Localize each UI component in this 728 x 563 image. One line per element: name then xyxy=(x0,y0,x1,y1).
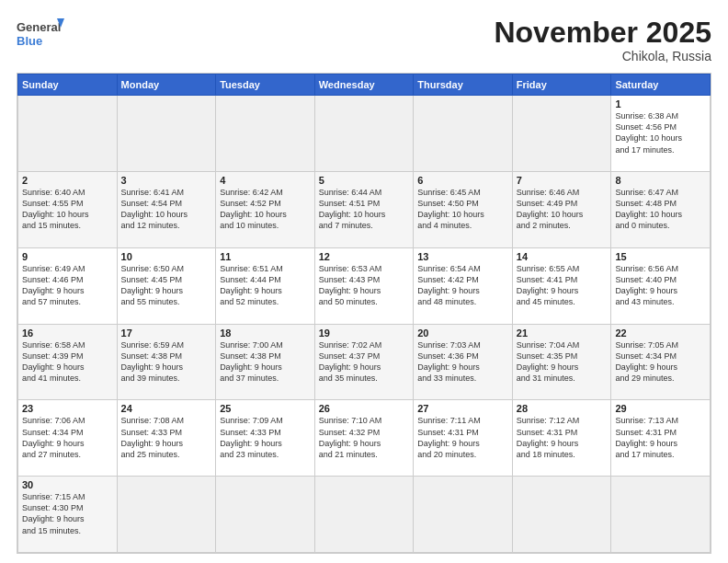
page: General Blue November 2025 Chikola, Russ… xyxy=(0,0,728,563)
calendar-table: Sunday Monday Tuesday Wednesday Thursday… xyxy=(17,74,711,553)
day-cell xyxy=(18,96,118,172)
calendar-week-row: 23Sunrise: 7:06 AM Sunset: 4:34 PM Dayli… xyxy=(18,400,711,477)
day-cell xyxy=(414,477,513,553)
day-info: Sunrise: 7:02 AM Sunset: 4:37 PM Dayligh… xyxy=(319,339,410,385)
day-cell xyxy=(314,477,414,553)
day-info: Sunrise: 7:15 AM Sunset: 4:30 PM Dayligh… xyxy=(22,491,113,536)
generalblue-logo-icon: General Blue xyxy=(17,17,64,53)
day-info: Sunrise: 7:04 AM Sunset: 4:35 PM Dayligh… xyxy=(517,339,608,385)
day-number: 1 xyxy=(615,98,706,109)
day-cell: 12Sunrise: 6:53 AM Sunset: 4:43 PM Dayli… xyxy=(314,247,414,324)
day-cell: 16Sunrise: 6:58 AM Sunset: 4:39 PM Dayli… xyxy=(18,324,118,400)
day-number: 3 xyxy=(121,175,212,186)
day-cell: 22Sunrise: 7:05 AM Sunset: 4:34 PM Dayli… xyxy=(611,324,711,400)
day-cell xyxy=(611,477,711,553)
day-cell: 8Sunrise: 6:47 AM Sunset: 4:48 PM Daylig… xyxy=(611,171,711,247)
day-number: 23 xyxy=(22,403,113,414)
day-number: 15 xyxy=(615,251,706,262)
calendar: Sunday Monday Tuesday Wednesday Thursday… xyxy=(17,73,711,554)
day-info: Sunrise: 6:40 AM Sunset: 4:55 PM Dayligh… xyxy=(22,187,113,232)
header-saturday: Saturday xyxy=(611,75,711,96)
day-cell: 27Sunrise: 7:11 AM Sunset: 4:31 PM Dayli… xyxy=(414,400,513,477)
day-cell: 14Sunrise: 6:55 AM Sunset: 4:41 PM Dayli… xyxy=(512,247,611,324)
day-number: 5 xyxy=(319,175,410,186)
day-info: Sunrise: 6:56 AM Sunset: 4:40 PM Dayligh… xyxy=(615,263,706,308)
day-cell xyxy=(512,477,611,553)
day-cell: 13Sunrise: 6:54 AM Sunset: 4:42 PM Dayli… xyxy=(414,247,513,324)
day-info: Sunrise: 6:42 AM Sunset: 4:52 PM Dayligh… xyxy=(220,187,311,232)
header-tuesday: Tuesday xyxy=(216,75,315,96)
day-number: 17 xyxy=(121,327,212,339)
day-info: Sunrise: 6:55 AM Sunset: 4:41 PM Dayligh… xyxy=(517,263,608,308)
day-info: Sunrise: 7:08 AM Sunset: 4:33 PM Dayligh… xyxy=(121,415,212,460)
day-cell: 26Sunrise: 7:10 AM Sunset: 4:32 PM Dayli… xyxy=(314,400,414,477)
title-block: November 2025 Chikola, Russia xyxy=(494,17,711,63)
day-info: Sunrise: 7:09 AM Sunset: 4:33 PM Dayligh… xyxy=(220,415,311,460)
day-number: 6 xyxy=(417,175,508,186)
day-cell xyxy=(216,96,315,172)
calendar-week-row: 1Sunrise: 6:38 AM Sunset: 4:56 PM Daylig… xyxy=(18,96,711,172)
day-cell: 30Sunrise: 7:15 AM Sunset: 4:30 PM Dayli… xyxy=(18,477,118,553)
location-subtitle: Chikola, Russia xyxy=(494,49,711,63)
day-info: Sunrise: 7:03 AM Sunset: 4:36 PM Dayligh… xyxy=(417,339,508,385)
day-cell: 9Sunrise: 6:49 AM Sunset: 4:46 PM Daylig… xyxy=(18,247,118,324)
day-cell: 20Sunrise: 7:03 AM Sunset: 4:36 PM Dayli… xyxy=(414,324,513,400)
svg-text:General: General xyxy=(17,20,61,34)
day-cell: 29Sunrise: 7:13 AM Sunset: 4:31 PM Dayli… xyxy=(611,400,711,477)
day-cell: 3Sunrise: 6:41 AM Sunset: 4:54 PM Daylig… xyxy=(117,171,216,247)
day-cell xyxy=(512,96,611,172)
day-cell xyxy=(117,96,216,172)
day-cell xyxy=(414,96,513,172)
day-cell: 25Sunrise: 7:09 AM Sunset: 4:33 PM Dayli… xyxy=(216,400,315,477)
day-cell: 18Sunrise: 7:00 AM Sunset: 4:38 PM Dayli… xyxy=(216,324,315,400)
calendar-week-row: 2Sunrise: 6:40 AM Sunset: 4:55 PM Daylig… xyxy=(18,171,711,247)
logo: General Blue xyxy=(17,17,64,53)
svg-text:Blue: Blue xyxy=(17,34,42,48)
day-info: Sunrise: 7:12 AM Sunset: 4:31 PM Dayligh… xyxy=(517,415,608,460)
day-cell: 7Sunrise: 6:46 AM Sunset: 4:49 PM Daylig… xyxy=(512,171,611,247)
day-info: Sunrise: 6:47 AM Sunset: 4:48 PM Dayligh… xyxy=(615,187,706,232)
day-info: Sunrise: 7:13 AM Sunset: 4:31 PM Dayligh… xyxy=(615,415,706,460)
day-number: 28 xyxy=(517,403,608,414)
day-number: 12 xyxy=(319,251,410,262)
day-number: 9 xyxy=(22,251,113,262)
header-sunday: Sunday xyxy=(18,75,118,96)
day-cell: 2Sunrise: 6:40 AM Sunset: 4:55 PM Daylig… xyxy=(18,171,118,247)
day-info: Sunrise: 6:44 AM Sunset: 4:51 PM Dayligh… xyxy=(319,187,410,232)
day-cell: 28Sunrise: 7:12 AM Sunset: 4:31 PM Dayli… xyxy=(512,400,611,477)
day-info: Sunrise: 7:11 AM Sunset: 4:31 PM Dayligh… xyxy=(417,415,508,460)
day-info: Sunrise: 6:54 AM Sunset: 4:42 PM Dayligh… xyxy=(417,263,508,308)
day-number: 16 xyxy=(22,327,113,339)
day-cell: 5Sunrise: 6:44 AM Sunset: 4:51 PM Daylig… xyxy=(314,171,414,247)
day-cell xyxy=(314,96,414,172)
day-cell xyxy=(216,477,315,553)
day-info: Sunrise: 6:53 AM Sunset: 4:43 PM Dayligh… xyxy=(319,263,410,308)
day-number: 27 xyxy=(417,403,508,414)
day-cell: 11Sunrise: 6:51 AM Sunset: 4:44 PM Dayli… xyxy=(216,247,315,324)
day-cell: 23Sunrise: 7:06 AM Sunset: 4:34 PM Dayli… xyxy=(18,400,118,477)
day-cell: 24Sunrise: 7:08 AM Sunset: 4:33 PM Dayli… xyxy=(117,400,216,477)
day-number: 21 xyxy=(517,327,608,339)
day-number: 30 xyxy=(22,479,113,490)
day-number: 19 xyxy=(319,327,410,339)
day-number: 22 xyxy=(615,327,706,339)
month-title: November 2025 xyxy=(494,17,711,49)
day-info: Sunrise: 7:06 AM Sunset: 4:34 PM Dayligh… xyxy=(22,415,113,460)
day-cell xyxy=(117,477,216,553)
calendar-week-row: 16Sunrise: 6:58 AM Sunset: 4:39 PM Dayli… xyxy=(18,324,711,400)
day-number: 2 xyxy=(22,175,113,186)
header-friday: Friday xyxy=(512,75,611,96)
day-cell: 17Sunrise: 6:59 AM Sunset: 4:38 PM Dayli… xyxy=(117,324,216,400)
day-number: 18 xyxy=(220,327,311,339)
day-number: 14 xyxy=(517,251,608,262)
day-info: Sunrise: 7:05 AM Sunset: 4:34 PM Dayligh… xyxy=(615,339,706,385)
day-number: 26 xyxy=(319,403,410,414)
weekday-header-row: Sunday Monday Tuesday Wednesday Thursday… xyxy=(18,75,711,96)
day-number: 13 xyxy=(417,251,508,262)
day-info: Sunrise: 6:41 AM Sunset: 4:54 PM Dayligh… xyxy=(121,187,212,232)
day-info: Sunrise: 6:46 AM Sunset: 4:49 PM Dayligh… xyxy=(517,187,608,232)
day-number: 7 xyxy=(517,175,608,186)
day-number: 25 xyxy=(220,403,311,414)
day-number: 10 xyxy=(121,251,212,262)
header-monday: Monday xyxy=(117,75,216,96)
